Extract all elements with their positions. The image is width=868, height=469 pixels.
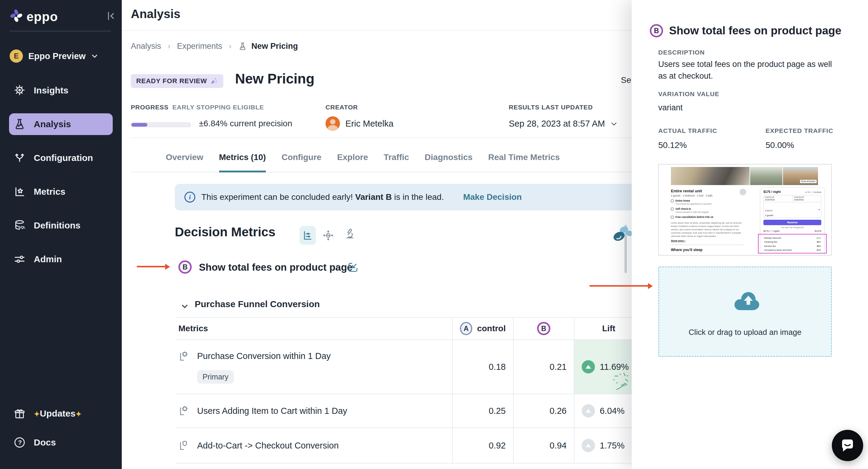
collapse-section-icon[interactable] — [181, 302, 189, 313]
diagnostics-detail-button[interactable] — [344, 228, 355, 242]
cloud-upload-icon — [732, 290, 760, 314]
eppo-logo[interactable]: eppo — [10, 9, 58, 25]
breadcrumb-experiments[interactable]: Experiments — [177, 41, 222, 51]
sidebar-item-configuration[interactable]: Configuration — [9, 147, 113, 169]
tab-diagnostics[interactable]: Diagnostics — [425, 147, 472, 172]
listing-feature: Free cancellation before Feb 14 — [671, 216, 744, 219]
help-circle-icon: ? — [13, 436, 26, 449]
control-value: 0.92 — [452, 428, 513, 463]
sidebar-item-definitions[interactable]: SQL Definitions — [9, 215, 113, 236]
sidebar-nav: Insights Analysis Configuration Metrics … — [0, 80, 122, 282]
sidebar-collapse-icon[interactable] — [106, 11, 116, 23]
workspace-name: Eppo Preview — [28, 51, 86, 61]
annotation-arrow-upload — [590, 285, 649, 287]
price: $175 / night — [764, 190, 781, 193]
variant-detail-panel: B Show total fees on product page DESCRI… — [632, 0, 868, 469]
creator-label: CREATOR — [326, 104, 358, 111]
sidebar-item-updates[interactable]: ✦Updates✦ — [9, 403, 113, 425]
actual-traffic-label: ACTUAL TRAFFIC — [658, 127, 717, 134]
fee-line: Cleaning fee$62 — [764, 241, 821, 243]
lift-up-icon — [582, 439, 595, 452]
control-value: 0.18 — [452, 340, 513, 394]
show-all-photos-button: Show all photos — [800, 180, 817, 183]
b-value: 0.26 — [513, 394, 574, 428]
total-line: Total$1371 — [764, 255, 821, 256]
lift-value: 11.69% — [600, 362, 629, 372]
results-updated-label: RESULTS LAST UPDATED — [509, 104, 593, 111]
creator-avatar — [326, 116, 340, 131]
variant-a-badge: A — [460, 322, 472, 335]
lift-up-icon — [582, 360, 595, 373]
funnel-section-title[interactable]: Purchase Funnel Conversion — [195, 299, 320, 309]
beans-illustration — [611, 225, 634, 246]
table-header-row: Metrics A control B Lift — [176, 317, 688, 340]
microscope-icon — [344, 228, 355, 239]
variant-b-badge: B — [179, 260, 192, 274]
variant-b-badge: B — [650, 24, 663, 37]
table-row[interactable]: Purchase Conversion within 1 Day Primary… — [176, 340, 688, 394]
variant-b-badge: B — [537, 322, 550, 335]
metric-name-cell: Purchase Conversion within 1 Day Primary — [176, 340, 452, 394]
sidebar-item-docs[interactable]: ? Docs — [9, 432, 113, 453]
forest-plot-view-button[interactable] — [300, 226, 316, 245]
sidebar-item-analysis[interactable]: Analysis — [9, 113, 113, 135]
lift-up-icon — [582, 404, 595, 417]
tab-explore[interactable]: Explore — [337, 147, 368, 172]
metrics-table: Metrics A control B Lift Purchase Conver… — [176, 317, 688, 464]
table-row[interactable]: Add-to-Cart -> Checkout Conversion 0.92 … — [176, 428, 688, 464]
sidebar-item-metrics[interactable]: Metrics — [9, 181, 113, 202]
make-decision-link[interactable]: Make Decision — [463, 192, 522, 202]
date-picker: CHECK-IN2/19/2022 CHECKOUT2/26/2022 — [764, 195, 821, 202]
tab-metrics[interactable]: Metrics (10) — [219, 147, 266, 173]
breadcrumb: Analysis › Experiments › New Pricing — [131, 41, 298, 51]
col-header-control: A control — [452, 318, 513, 339]
sparkle-icon: ✦ — [34, 410, 40, 418]
image-upload-dropzone[interactable]: Click or drag to upload an image — [658, 267, 832, 357]
logo-wordmark: eppo — [27, 10, 58, 24]
workspace-switcher[interactable]: E Eppo Preview — [10, 48, 116, 64]
upload-instruction: Click or drag to upload an image — [659, 327, 831, 337]
sidebar-header: eppo — [10, 7, 116, 27]
listing-description: Lorem ipsum dolor sit amet, consectetur … — [671, 221, 744, 238]
breadcrumb-current: New Pricing — [238, 41, 298, 51]
tab-overview[interactable]: Overview — [166, 147, 204, 172]
sidebar-item-admin[interactable]: Admin — [9, 248, 113, 270]
tab-real-time-metrics[interactable]: Real Time Metrics — [488, 147, 560, 172]
insights-icon — [13, 84, 26, 97]
chevron-right-icon: › — [168, 41, 170, 51]
guests-select: GUESTS2 guests ▾ — [764, 201, 821, 218]
metric-name-cell: Add-to-Cart -> Checkout Conversion — [176, 428, 452, 463]
breadcrumb-analysis[interactable]: Analysis — [131, 41, 161, 51]
move-explore-icon — [322, 230, 334, 241]
tab-configure[interactable]: Configure — [281, 147, 321, 172]
col-header-metrics: Metrics — [176, 318, 452, 339]
chevron-down-icon: ▾ — [818, 208, 820, 211]
table-row[interactable]: Users Adding Item to Cart within 1 Day 0… — [176, 394, 688, 428]
tab-traffic[interactable]: Traffic — [384, 147, 409, 172]
listing-photos: Show all photos — [671, 167, 818, 185]
fees-highlight-box: Weekly discount-$28 Cleaning fee$62 Serv… — [758, 234, 827, 253]
listing-feature: Self check-inCheck yourself in with the … — [671, 207, 744, 213]
metric-gear-icon — [179, 405, 190, 417]
fee-line: Weekly discount-$28 — [764, 237, 821, 239]
panel-title: Show total fees on product page — [669, 24, 841, 37]
sidebar-item-label: Analysis — [34, 119, 71, 129]
col-header-b: B — [513, 318, 574, 339]
b-value: 0.94 — [513, 428, 574, 463]
sleep-heading: Where you'll sleep — [671, 248, 744, 252]
sidebar-item-label: Configuration — [34, 153, 93, 163]
sidebar-item-label: Definitions — [34, 220, 81, 230]
results-updated-value[interactable]: Sep 28, 2023 at 8:57 AM — [509, 119, 618, 129]
photo-kitchen — [750, 167, 782, 185]
variation-screenshot[interactable]: Show all photos Entire rental unit 2 gue… — [658, 164, 832, 256]
photo-rooftop: Show all photos — [783, 167, 818, 185]
sidebar-item-insights[interactable]: Insights — [9, 80, 113, 101]
clipped-action-text[interactable]: Se — [621, 75, 631, 85]
party-popper-icon — [210, 77, 218, 85]
explore-metrics-button[interactable] — [322, 230, 334, 244]
metrics-star-icon — [13, 185, 26, 198]
photo-living-room — [671, 167, 749, 185]
open-panel-icon[interactable] — [347, 262, 359, 276]
b-value: 0.21 — [513, 340, 574, 394]
chat-launcher-button[interactable] — [832, 430, 863, 461]
